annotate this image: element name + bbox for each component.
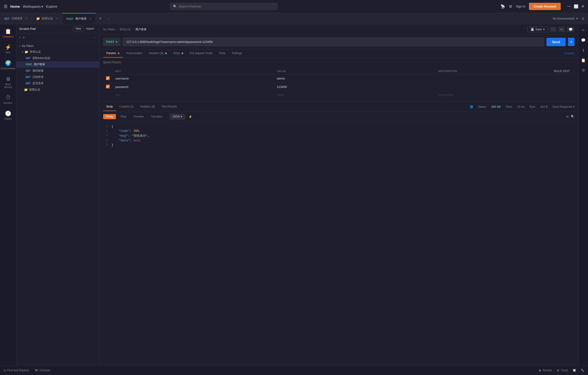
tab-body[interactable]: Body [170, 49, 186, 58]
send-dropdown-button[interactable]: ▾ [568, 38, 575, 46]
save-response-button[interactable]: Save Response ▾ [552, 105, 575, 108]
add-collection-icon[interactable]: + [19, 36, 21, 39]
right-icon-comment[interactable]: 💬 [579, 36, 588, 44]
param-checkbox-password[interactable] [106, 85, 110, 88]
signin-button[interactable]: Sign In [516, 5, 525, 8]
runner-button[interactable]: ▶ Runner [539, 369, 552, 372]
body-format-preview[interactable]: Preview [131, 114, 147, 119]
home-link[interactable]: Home [10, 4, 20, 8]
sidebar-item-apis[interactable]: ⚡ APIs [0, 41, 16, 57]
trash-label: Trash [561, 369, 568, 372]
sidebar-item-environments[interactable]: 🌍 Environments [0, 57, 16, 73]
environment-selector[interactable]: No Environment ▾ ⊞ [549, 17, 588, 20]
code-line-3: "msg": "登陆成功", [112, 134, 149, 138]
comment-button[interactable]: 💬 [567, 27, 575, 32]
line-num-3: 3 [103, 134, 108, 137]
response-tab-test-results[interactable]: Test Results [158, 103, 180, 111]
code-brace-open: { [112, 125, 113, 128]
right-icon-edit[interactable]: ✏ [580, 26, 587, 34]
filter-icon[interactable]: ≡ [23, 36, 25, 39]
line-num-5: 5 [103, 143, 108, 146]
tree-item-permissions-auth[interactable]: › 📁 权限认证 [16, 87, 99, 93]
tree-item-get-token[interactable]: GET 获取token信息 [16, 55, 99, 61]
tab-headers[interactable]: Headers (8) [146, 49, 170, 58]
tab-get-logout[interactable]: GET 注销登录 ✕ [0, 13, 32, 24]
param-value-username: admin [277, 77, 285, 80]
sidebar-item-collections[interactable]: 📋 Collections [0, 26, 16, 41]
response-tab-cookies[interactable]: Cookies (1) [116, 103, 137, 111]
tree-item-test-link[interactable]: GET 测试链接 [16, 68, 99, 74]
bulk-edit-button[interactable]: Bulk Edit [554, 70, 570, 73]
menu-icon[interactable]: ☰ [4, 4, 8, 9]
monitors-label: Monitors [3, 102, 12, 104]
copy-icon[interactable]: ⧉ [566, 115, 568, 119]
find-replace-button[interactable]: ⧉ Find and Replace [4, 369, 29, 372]
layout-button[interactable]: 🔲 [573, 369, 576, 372]
add-tab-button[interactable]: + [96, 16, 105, 21]
param-checkbox-username[interactable] [106, 76, 110, 80]
response-tab-body[interactable]: Body [103, 103, 116, 111]
new-button[interactable]: New [73, 26, 84, 31]
param-key-placeholder[interactable]: Key [115, 93, 120, 97]
right-icon-info[interactable]: ℹ [581, 46, 586, 54]
breadcrumb-item-login-auth[interactable]: 登录认证 [119, 28, 131, 31]
filter-icon[interactable]: ⚡ [189, 115, 192, 119]
env-settings-icon[interactable]: ⊞ [582, 17, 584, 20]
tab-user-login[interactable]: POST 用户登录 ✕ [62, 13, 96, 24]
tab-params[interactable]: Params [103, 49, 123, 58]
tab-close-icon[interactable]: ✕ [89, 17, 92, 20]
status-label: Status: [478, 105, 486, 108]
environments-label: Environments [1, 67, 15, 70]
cookies-link[interactable]: Cookies [564, 52, 575, 55]
workspaces-dropdown[interactable]: Workspaces ▾ [23, 5, 43, 8]
antenna-icon[interactable]: 📡 [501, 4, 505, 9]
url-input[interactable] [123, 38, 544, 46]
get-method-icon: GET [26, 70, 31, 72]
tree-item-is-logged-in[interactable]: GET 是否登录 [16, 80, 99, 87]
tab-close-icon[interactable]: ✕ [25, 17, 28, 20]
more-actions-button[interactable]: ··· [550, 27, 556, 32]
console-button[interactable]: 📟 Console [35, 369, 50, 372]
search-bar[interactable]: 🔍 Search Postman [170, 3, 277, 10]
sidebar-item-monitors[interactable]: ⏱ Monitors [0, 92, 16, 107]
settings-icon[interactable]: ⚙ [509, 4, 512, 9]
globe-icon: 🌐 [470, 105, 473, 108]
create-account-button[interactable]: Create Account [529, 3, 561, 10]
sidebar-item-mock-servers[interactable]: 🖥 Mock Servers [0, 73, 16, 91]
tab-close-icon[interactable]: ✕ [56, 17, 58, 20]
edit-request-button[interactable]: ✏ [558, 27, 565, 32]
right-icon-settings[interactable]: ⚙ [580, 66, 587, 74]
tree-item-sa-token[interactable]: ▾ Sa-Token [16, 43, 99, 49]
body-format-raw[interactable]: Raw [118, 114, 129, 119]
env-label: No Environment [553, 17, 575, 20]
tree-item-user-login[interactable]: POST 用户登录 [16, 61, 99, 68]
json-format-selector[interactable]: JSON ▾ [170, 114, 185, 119]
response-tab-headers[interactable]: Headers (9) [137, 103, 158, 111]
breadcrumb-item-sa-token[interactable]: Sa-Token [103, 28, 115, 31]
search-response-icon[interactable]: 🔍 [571, 115, 575, 119]
tree-item-logout[interactable]: GET 注销登录 [16, 74, 99, 80]
tab-tests[interactable]: Tests [216, 49, 229, 58]
tab-settings[interactable]: Settings [229, 49, 245, 58]
minimize-button[interactable]: — [567, 4, 571, 9]
save-button[interactable]: 💾 Save ▾ [527, 27, 548, 32]
more-tabs-button[interactable]: ··· [105, 17, 113, 20]
close-button[interactable]: ✕ [581, 4, 584, 9]
sidebar-item-history[interactable]: 🕐 History [0, 108, 16, 123]
tab-permissions[interactable]: 📁 权限认证 ✕ [32, 13, 62, 24]
right-icon-clipboard[interactable]: 📋 [579, 56, 588, 64]
tab-pre-request[interactable]: Pre-request Script [186, 49, 216, 58]
help-button[interactable]: 🔧 [581, 369, 584, 372]
tab-authorization[interactable]: Authorization [123, 49, 146, 58]
body-format-visualize[interactable]: Visualize [148, 114, 165, 119]
more-options-icon[interactable]: ··· [94, 36, 96, 39]
import-button[interactable]: Import [84, 26, 96, 31]
body-format-pretty[interactable]: Pretty [103, 114, 116, 119]
trash-button[interactable]: 🗑 Trash [557, 369, 568, 372]
method-selector[interactable]: POST ▾ [103, 38, 120, 46]
explore-link[interactable]: Explore [46, 5, 57, 8]
maximize-button[interactable]: ⬜ [574, 4, 578, 9]
param-value-placeholder[interactable]: Value [277, 93, 284, 97]
tree-item-login-auth[interactable]: ▾ 📁 登录认证 [16, 49, 99, 55]
send-button[interactable]: Send [546, 38, 566, 46]
